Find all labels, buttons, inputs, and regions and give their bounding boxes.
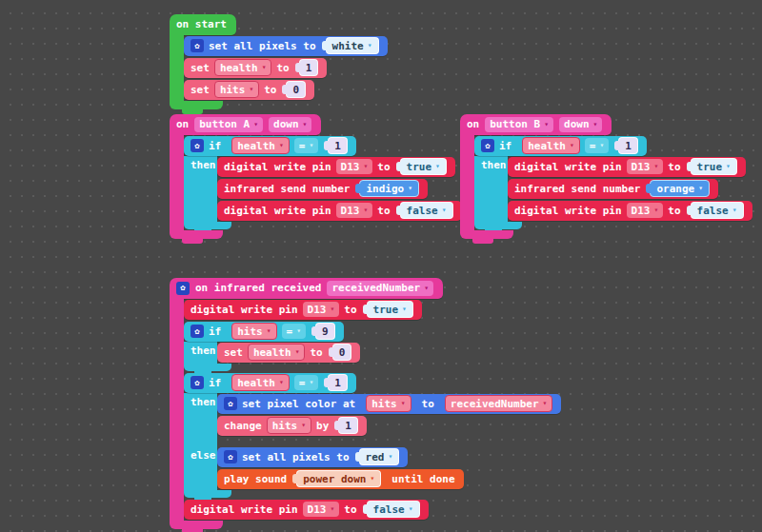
number-input[interactable]: 0 xyxy=(286,81,306,98)
set-variable-block[interactable]: set hits ▾ to 0 xyxy=(184,80,314,100)
sound-dropdown[interactable]: power down ▾ xyxy=(296,470,381,487)
if-then-block[interactable]: ✿ if health ▾ = ▾ 1 the xyxy=(474,136,752,229)
if-condition-row[interactable]: ✿ if health ▾ = ▾ 1 xyxy=(184,373,356,393)
gear-icon[interactable]: ✿ xyxy=(190,139,204,152)
variable-dropdown[interactable]: health ▾ xyxy=(231,137,290,154)
dropdown-arrow-icon: ▾ xyxy=(267,327,271,335)
pin-dropdown[interactable]: D13 ▾ xyxy=(336,159,373,174)
digital-write-pin-block[interactable]: digital write pin D13 ▾ to true ▾ xyxy=(184,300,422,320)
hat-foot xyxy=(170,230,223,239)
block-label: to xyxy=(310,346,322,359)
comparison-dropdown[interactable]: = ▾ xyxy=(294,375,318,390)
number-color-dropdown[interactable]: indigo ▾ xyxy=(359,180,419,197)
number-input[interactable]: 1 xyxy=(328,137,348,154)
param-dropdown[interactable]: receivedNumber ▾ xyxy=(327,281,433,296)
on-button-hat[interactable]: on button A ▾ down ▾ xyxy=(170,114,321,135)
on-infrared-hat[interactable]: ✿ on infrared received receivedNumber ▾ xyxy=(170,278,443,299)
if-then-block[interactable]: ✿ if health ▾ = ▾ 1 the xyxy=(184,136,462,229)
gear-icon[interactable]: ✿ xyxy=(190,325,204,338)
set-variable-block[interactable]: set health ▾ to 1 xyxy=(184,58,327,78)
variable-dropdown[interactable]: hits ▾ xyxy=(231,323,276,340)
infrared-send-number-block[interactable]: infrared send number indigo ▾ xyxy=(217,179,428,199)
number-value: 1 xyxy=(625,140,632,152)
boolean-dropdown[interactable]: true ▾ xyxy=(400,158,447,175)
dropdown-arrow-icon: ▾ xyxy=(726,163,731,170)
gear-icon[interactable]: ✿ xyxy=(176,282,190,295)
variable-dropdown[interactable]: hits ▾ xyxy=(267,417,311,434)
set-all-pixels-block[interactable]: ✿ set all pixels to red ▾ xyxy=(217,447,408,467)
pin-dropdown[interactable]: D13 ▾ xyxy=(627,159,664,174)
dropdown-arrow-icon: ▾ xyxy=(408,185,412,192)
color-dropdown[interactable]: red ▾ xyxy=(359,448,400,465)
if-then-else-block[interactable]: ✿ if health ▾ = ▾ 1 the xyxy=(184,373,561,498)
on-button-a-block[interactable]: on button A ▾ down ▾ ✿ if health ▾ xyxy=(170,113,462,239)
dropdown-arrow-icon: ▾ xyxy=(388,453,392,461)
number-input[interactable]: 0 xyxy=(332,344,352,361)
gear-icon[interactable]: ✿ xyxy=(224,397,237,410)
variable-dropdown[interactable]: health ▾ xyxy=(214,59,272,76)
if-condition-row[interactable]: ✿ if health ▾ = ▾ 1 xyxy=(184,136,356,156)
number-input[interactable]: 1 xyxy=(299,59,319,76)
gear-icon[interactable]: ✿ xyxy=(481,139,494,152)
boolean-dropdown[interactable]: true ▾ xyxy=(691,158,737,175)
change-variable-block[interactable]: change hits ▾ by 1 xyxy=(217,416,367,436)
variable-dropdown[interactable]: health ▾ xyxy=(231,374,290,391)
gear-icon[interactable]: ✿ xyxy=(224,450,237,463)
on-start-hat[interactable]: on start xyxy=(170,14,236,35)
variable-dropdown[interactable]: receivedNumber ▾ xyxy=(445,395,553,412)
on-button-hat[interactable]: on button B ▾ down ▾ xyxy=(460,114,612,135)
block-label: set xyxy=(190,84,210,96)
variable-dropdown[interactable]: health ▾ xyxy=(248,344,306,361)
if-condition-row[interactable]: ✿ if health ▾ = ▾ 1 xyxy=(474,136,647,156)
variable-dropdown[interactable]: hits ▾ xyxy=(214,81,259,98)
comparison-dropdown[interactable]: = ▾ xyxy=(282,324,306,339)
button-dropdown[interactable]: button A ▾ xyxy=(194,117,263,132)
set-variable-block[interactable]: set health ▾ to 0 xyxy=(217,343,360,363)
number-input[interactable]: 1 xyxy=(328,374,348,391)
number-input[interactable]: 1 xyxy=(338,417,358,434)
hat-spine xyxy=(170,135,184,230)
on-button-b-block[interactable]: on button B ▾ down ▾ ✿ if health ▾ xyxy=(460,113,752,239)
number-input[interactable]: 1 xyxy=(618,137,638,154)
comparison-dropdown[interactable]: = ▾ xyxy=(585,138,609,153)
boolean-dropdown[interactable]: false ▾ xyxy=(691,202,744,219)
color-dropdown[interactable]: white ▾ xyxy=(326,37,379,54)
on-start-block[interactable]: on start ✿ set all pixels to white ▾ set… xyxy=(170,13,388,109)
block-label: digital write pin xyxy=(190,503,298,516)
pin-dropdown[interactable]: D13 ▾ xyxy=(627,203,664,218)
dropdown-arrow-icon: ▾ xyxy=(599,142,604,149)
set-all-pixels-block[interactable]: ✿ set all pixels to white ▾ xyxy=(184,36,388,56)
comparison-op: = xyxy=(590,140,596,152)
gear-icon[interactable]: ✿ xyxy=(190,39,204,52)
digital-write-pin-block[interactable]: digital write pin D13 ▾ to true ▾ xyxy=(508,157,746,177)
pin-dropdown[interactable]: D13 ▾ xyxy=(303,302,340,317)
button-dropdown[interactable]: button B ▾ xyxy=(485,117,553,132)
number-input[interactable]: 9 xyxy=(315,323,335,340)
boolean-dropdown[interactable]: false ▾ xyxy=(367,501,420,518)
digital-write-pin-block[interactable]: digital write pin D13 ▾ to false ▾ xyxy=(217,201,462,221)
on-infrared-received-block[interactable]: ✿ on infrared received receivedNumber ▾ … xyxy=(170,276,561,529)
dropdown-arrow-icon: ▾ xyxy=(330,305,334,313)
variable-dropdown[interactable]: health ▾ xyxy=(522,137,580,154)
set-pixel-color-block[interactable]: ✿ set pixel color at hits ▾ to receivedN… xyxy=(217,394,561,414)
comparison-dropdown[interactable]: = ▾ xyxy=(294,138,318,153)
if-condition-row[interactable]: ✿ if hits ▾ = ▾ 9 xyxy=(184,322,344,342)
boolean-value: false xyxy=(697,205,729,217)
infrared-send-number-block[interactable]: infrared send number orange ▾ xyxy=(508,179,718,199)
if-then-block[interactable]: ✿ if hits ▾ = ▾ 9 then xyxy=(184,322,360,371)
boolean-dropdown[interactable]: true ▾ xyxy=(367,301,413,318)
digital-write-pin-block[interactable]: digital write pin D13 ▾ to false ▾ xyxy=(184,500,429,520)
variable-dropdown[interactable]: hits ▾ xyxy=(366,395,411,412)
event-dropdown[interactable]: down ▾ xyxy=(559,117,602,132)
gear-icon[interactable]: ✿ xyxy=(190,376,204,389)
dropdown-arrow-icon: ▾ xyxy=(402,305,407,313)
number-color-dropdown[interactable]: orange ▾ xyxy=(650,180,710,197)
boolean-dropdown[interactable]: false ▾ xyxy=(400,202,453,219)
digital-write-pin-block[interactable]: digital write pin D13 ▾ to false ▾ xyxy=(508,201,752,221)
pin-dropdown[interactable]: D13 ▾ xyxy=(303,502,340,517)
block-editor-canvas[interactable]: { "colors": { "canvas": "#474747", "dot"… xyxy=(0,0,762,532)
digital-write-pin-block[interactable]: digital write pin D13 ▾ to true ▾ xyxy=(217,157,455,177)
pin-dropdown[interactable]: D13 ▾ xyxy=(336,203,373,218)
play-sound-block[interactable]: play sound power down ▾ until done xyxy=(217,469,464,489)
event-dropdown[interactable]: down ▾ xyxy=(269,117,311,132)
